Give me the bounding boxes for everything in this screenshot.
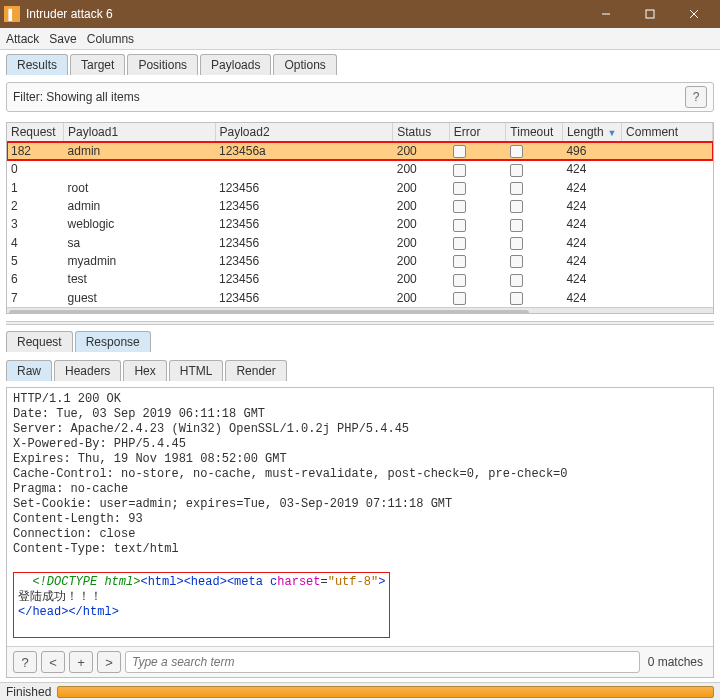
window-title: Intruder attack 6: [26, 7, 584, 21]
table-row[interactable]: 7guest123456200424: [7, 289, 713, 307]
error-checkbox[interactable]: [453, 274, 466, 287]
response-body-highlight: <!DOCTYPE html><html><head><meta charset…: [13, 572, 390, 638]
table-row[interactable]: 3weblogic123456200424: [7, 215, 713, 233]
error-checkbox[interactable]: [453, 255, 466, 268]
minimize-button[interactable]: [584, 0, 628, 28]
col-status[interactable]: Status: [393, 123, 450, 142]
main-tabs: Results Target Positions Payloads Option…: [6, 54, 714, 75]
col-payload1[interactable]: Payload1: [64, 123, 215, 142]
filter-bar[interactable]: Filter: Showing all items ?: [6, 82, 714, 112]
tab-raw[interactable]: Raw: [6, 360, 52, 381]
menubar: Attack Save Columns: [0, 28, 720, 50]
timeout-checkbox[interactable]: [510, 237, 523, 250]
col-request[interactable]: Request: [7, 123, 64, 142]
menu-columns[interactable]: Columns: [87, 32, 134, 46]
search-next-button[interactable]: >: [97, 651, 121, 673]
table-row[interactable]: 182admin123456a200496: [7, 142, 713, 161]
menu-save[interactable]: Save: [49, 32, 76, 46]
response-raw-text[interactable]: HTTP/1.1 200 OK Date: Tue, 03 Sep 2019 0…: [7, 388, 713, 646]
tab-target[interactable]: Target: [70, 54, 125, 75]
timeout-checkbox[interactable]: [510, 255, 523, 268]
table-row[interactable]: 1root123456200424: [7, 179, 713, 197]
tab-headers[interactable]: Headers: [54, 360, 121, 381]
sort-indicator-icon: ▼: [608, 128, 617, 138]
filter-label: Filter: Showing all items: [13, 90, 681, 104]
col-comment[interactable]: Comment: [622, 123, 713, 142]
tab-results[interactable]: Results: [6, 54, 68, 75]
menu-attack[interactable]: Attack: [6, 32, 39, 46]
tab-request[interactable]: Request: [6, 331, 73, 352]
svg-rect-1: [646, 10, 654, 18]
search-help-button[interactable]: ?: [13, 651, 37, 673]
detail-tabs: Request Response: [6, 331, 714, 352]
maximize-button[interactable]: [628, 0, 672, 28]
status-bar: Finished: [0, 682, 720, 700]
response-panel: HTTP/1.1 200 OK Date: Tue, 03 Sep 2019 0…: [6, 387, 714, 678]
h-scrollbar[interactable]: [7, 307, 713, 313]
timeout-checkbox[interactable]: [510, 292, 523, 305]
col-error[interactable]: Error: [449, 123, 506, 142]
search-bar: ? < + > 0 matches: [7, 646, 713, 677]
tab-html[interactable]: HTML: [169, 360, 224, 381]
error-checkbox[interactable]: [453, 200, 466, 213]
view-tabs: Raw Headers Hex HTML Render: [6, 360, 714, 381]
close-button[interactable]: [672, 0, 716, 28]
timeout-checkbox[interactable]: [510, 200, 523, 213]
timeout-checkbox[interactable]: [510, 274, 523, 287]
table-row[interactable]: 4sa123456200424: [7, 234, 713, 252]
error-checkbox[interactable]: [453, 292, 466, 305]
titlebar: ▌ Intruder attack 6: [0, 0, 720, 28]
error-checkbox[interactable]: [453, 219, 466, 232]
timeout-checkbox[interactable]: [510, 182, 523, 195]
table-row[interactable]: 0200424: [7, 160, 713, 178]
app-window: ▌ Intruder attack 6 Attack Save Columns …: [0, 0, 720, 700]
error-checkbox[interactable]: [453, 164, 466, 177]
table-row[interactable]: 6test123456200424: [7, 270, 713, 288]
results-table-container: Request Payload1 Payload2 Status Error T…: [6, 122, 714, 314]
col-payload2[interactable]: Payload2: [215, 123, 393, 142]
search-input[interactable]: [125, 651, 640, 673]
tab-render[interactable]: Render: [225, 360, 286, 381]
timeout-checkbox[interactable]: [510, 219, 523, 232]
timeout-checkbox[interactable]: [510, 164, 523, 177]
error-checkbox[interactable]: [453, 145, 466, 158]
status-label: Finished: [6, 685, 51, 699]
results-table: Request Payload1 Payload2 Status Error T…: [7, 123, 713, 307]
search-matches: 0 matches: [644, 655, 707, 669]
tab-options[interactable]: Options: [273, 54, 336, 75]
table-row[interactable]: 5myadmin123456200424: [7, 252, 713, 270]
content-area: Results Target Positions Payloads Option…: [0, 50, 720, 682]
tab-response[interactable]: Response: [75, 331, 151, 352]
tab-positions[interactable]: Positions: [127, 54, 198, 75]
scrollbar-thumb[interactable]: [9, 310, 529, 314]
error-checkbox[interactable]: [453, 237, 466, 250]
search-plus-button[interactable]: +: [69, 651, 93, 673]
tab-hex[interactable]: Hex: [123, 360, 166, 381]
tab-payloads[interactable]: Payloads: [200, 54, 271, 75]
error-checkbox[interactable]: [453, 182, 466, 195]
search-prev-button[interactable]: <: [41, 651, 65, 673]
help-button[interactable]: ?: [685, 86, 707, 108]
timeout-checkbox[interactable]: [510, 145, 523, 158]
col-timeout[interactable]: Timeout: [506, 123, 563, 142]
app-icon: ▌: [4, 6, 20, 22]
progress-bar: [57, 686, 714, 698]
splitter[interactable]: [6, 321, 714, 325]
table-row[interactable]: 2admin123456200424: [7, 197, 713, 215]
col-length[interactable]: Length▼: [562, 123, 621, 142]
